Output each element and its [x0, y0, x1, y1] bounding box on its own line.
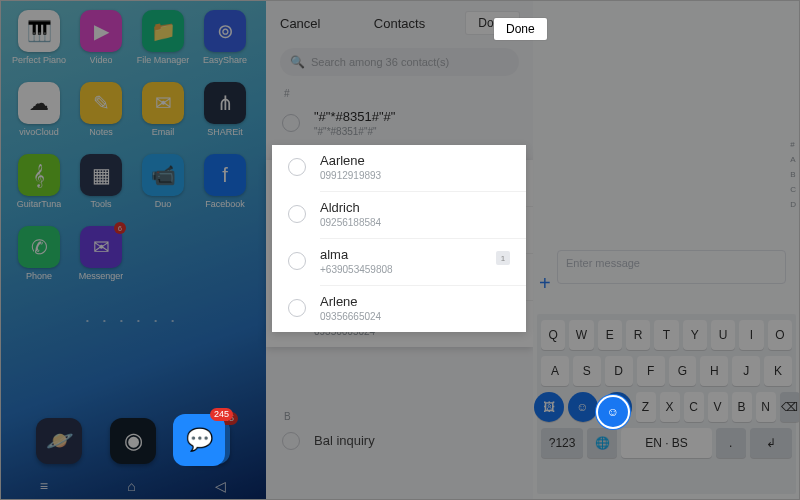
key-S[interactable]: S — [573, 356, 601, 386]
picker-header: Cancel Contacts Done — [266, 0, 533, 46]
keyboard-emoji-key-highlight[interactable]: ☺ — [598, 397, 628, 427]
app-phone[interactable]: ✆Phone — [10, 226, 68, 298]
contact-number: 09912919893 — [320, 170, 381, 181]
badge: 6 — [114, 222, 126, 234]
key-Q[interactable]: Q — [541, 320, 565, 350]
app-tools[interactable]: ▦Tools — [72, 154, 130, 226]
key-F[interactable]: F — [637, 356, 665, 386]
app-icon: 📹 — [142, 154, 184, 196]
app-label: Email — [152, 128, 175, 137]
key-D[interactable]: D — [605, 356, 633, 386]
nav-back-icon[interactable]: ◁ — [215, 478, 226, 494]
index-D[interactable]: D — [790, 200, 796, 209]
messages-badge: 245 — [210, 408, 233, 421]
key-I[interactable]: I — [739, 320, 763, 350]
app-label: Phone — [26, 272, 52, 281]
search-placeholder: Search among 36 contact(s) — [311, 56, 449, 68]
key-N[interactable]: N — [756, 392, 776, 422]
app-email[interactable]: ✉Email — [134, 82, 192, 154]
app-icon: ▶ — [80, 10, 122, 52]
dock-browser[interactable]: 🪐 — [36, 418, 82, 464]
done-button-highlight[interactable]: Done — [494, 18, 547, 40]
app-icon: ✉ — [142, 82, 184, 124]
key-A[interactable]: A — [541, 356, 569, 386]
key-E[interactable]: E — [598, 320, 622, 350]
contact-row[interactable]: Aldrich09256188584 — [272, 192, 526, 238]
alpha-index[interactable]: #ABCD — [790, 140, 796, 209]
radio-icon[interactable] — [282, 114, 300, 132]
app-messenger[interactable]: ✉6Messenger — [72, 226, 130, 298]
keyboard-globe-key[interactable]: 🌐 — [587, 428, 617, 458]
contact-name: "#"*#8351#"#" — [314, 109, 395, 124]
radio-icon[interactable] — [288, 252, 306, 270]
key-C[interactable]: C — [684, 392, 704, 422]
contact-name: Aarlene — [320, 153, 381, 168]
key-B[interactable]: B — [732, 392, 752, 422]
index-B[interactable]: B — [790, 170, 796, 179]
contacts-a-group-highlight: Aarlene09912919893Aldrich09256188584alma… — [272, 145, 526, 332]
contact-row[interactable]: alma+6390534598081 — [272, 239, 526, 285]
key-R[interactable]: R — [626, 320, 650, 350]
app-label: Messenger — [79, 272, 124, 281]
dock-messages-highlight[interactable]: 💬245 — [173, 414, 225, 466]
key-Y[interactable]: Y — [683, 320, 707, 350]
nav-recent-icon[interactable]: ≡ — [40, 478, 48, 494]
app-duo[interactable]: 📹Duo — [134, 154, 192, 226]
contact-name: Arlene — [320, 294, 381, 309]
app-shareit[interactable]: ⋔SHAREit — [196, 82, 254, 154]
key-W[interactable]: W — [569, 320, 593, 350]
radio-icon[interactable] — [282, 432, 300, 450]
contact-row[interactable]: "#"*#8351#"#" "#"*#8351#"#" — [266, 101, 533, 147]
keyboard-space-key[interactable]: EN · BS — [621, 428, 711, 458]
keyboard-pic-key[interactable]: 🖼 — [534, 392, 564, 422]
key-O[interactable]: O — [768, 320, 792, 350]
dock-camera[interactable]: ◉ — [110, 418, 156, 464]
app-grid: 🎹Perfect Piano▶Video📁File Manager⊚EasySh… — [0, 0, 266, 298]
app-facebook[interactable]: fFacebook — [196, 154, 254, 226]
key-H[interactable]: H — [700, 356, 728, 386]
keyboard-enter-key[interactable]: ↲ — [750, 428, 792, 458]
keyboard-backspace-key[interactable]: ⌫ — [780, 392, 800, 422]
keyboard-emoji-key[interactable]: ☺ — [568, 392, 598, 422]
contact-row[interactable]: Aarlene09912919893 — [272, 145, 526, 191]
app-vivocloud[interactable]: ☁vivoCloud — [10, 82, 68, 154]
contact-number: "#"*#8351#"#" — [314, 126, 395, 137]
app-perfect-piano[interactable]: 🎹Perfect Piano — [10, 10, 68, 82]
app-guitartuna[interactable]: 𝄞GuitarTuna — [10, 154, 68, 226]
app-easyshare[interactable]: ⊚EasyShare — [196, 10, 254, 82]
index-A[interactable]: A — [790, 155, 796, 164]
app-icon: ⊚ — [204, 10, 246, 52]
keyboard-sym-key[interactable]: ?123 — [541, 428, 583, 458]
contact-number: 09356665024 — [320, 311, 381, 322]
keyboard-punct-key[interactable]: . — [716, 428, 746, 458]
key-Z[interactable]: Z — [636, 392, 656, 422]
compose-area: + Enter message — [557, 250, 786, 284]
section-hash: # — [266, 84, 533, 101]
app-video[interactable]: ▶Video — [72, 10, 130, 82]
radio-icon[interactable] — [288, 299, 306, 317]
key-J[interactable]: J — [732, 356, 760, 386]
index-#[interactable]: # — [790, 140, 796, 149]
message-input[interactable]: Enter message — [557, 250, 786, 284]
radio-icon[interactable] — [288, 158, 306, 176]
nav-home-icon[interactable]: ⌂ — [127, 478, 135, 494]
app-icon: 🎹 — [18, 10, 60, 52]
index-C[interactable]: C — [790, 185, 796, 194]
radio-icon[interactable] — [288, 205, 306, 223]
add-attachment-button[interactable]: + — [539, 272, 551, 295]
key-V[interactable]: V — [708, 392, 728, 422]
contact-row[interactable]: Arlene09356665024 — [272, 286, 526, 332]
app-file-manager[interactable]: 📁File Manager — [134, 10, 192, 82]
key-G[interactable]: G — [669, 356, 697, 386]
app-icon: ⋔ — [204, 82, 246, 124]
search-input[interactable]: 🔍 Search among 36 contact(s) — [280, 48, 519, 76]
key-U[interactable]: U — [711, 320, 735, 350]
cancel-button[interactable]: Cancel — [280, 16, 320, 31]
app-label: EasyShare — [203, 56, 247, 65]
key-X[interactable]: X — [660, 392, 680, 422]
app-label: File Manager — [137, 56, 190, 65]
app-notes[interactable]: ✎Notes — [72, 82, 130, 154]
contact-row[interactable]: Bal inquiry — [266, 424, 533, 460]
key-K[interactable]: K — [764, 356, 792, 386]
key-T[interactable]: T — [654, 320, 678, 350]
